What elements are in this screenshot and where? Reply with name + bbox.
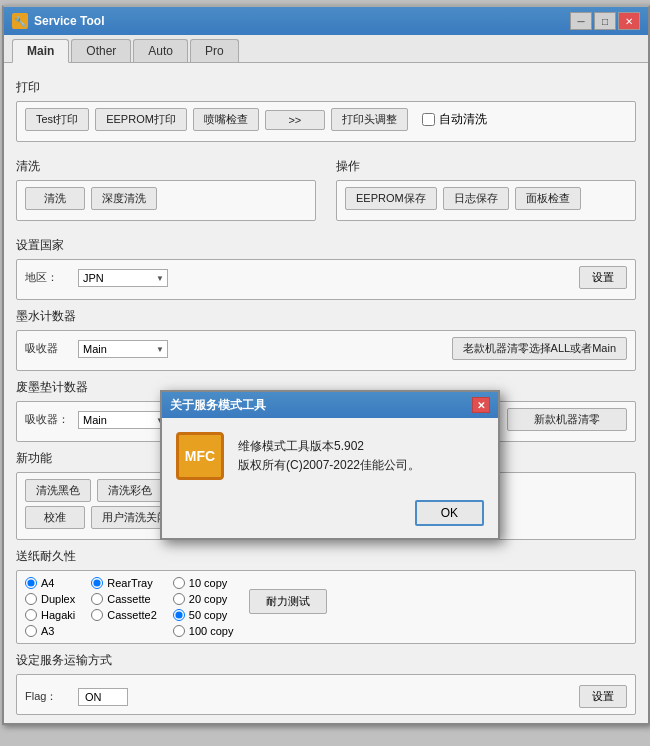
dialog-icon-text: MFC — [185, 448, 215, 464]
dialog-body: MFC 维修模式工具版本5.902 版权所有(C)2007-2022佳能公司。 — [162, 418, 498, 494]
about-dialog: 关于服务模式工具 ✕ MFC 维修模式工具版本5.902 版权所有(C)2007… — [160, 390, 500, 540]
dialog-ok-button[interactable]: OK — [415, 500, 484, 526]
dialog-close-button[interactable]: ✕ — [472, 397, 490, 413]
dialog-title-bar: 关于服务模式工具 ✕ — [162, 392, 498, 418]
dialog-line2: 版权所有(C)2007-2022佳能公司。 — [238, 456, 484, 475]
dialog-overlay: 关于服务模式工具 ✕ MFC 维修模式工具版本5.902 版权所有(C)2007… — [0, 0, 650, 746]
dialog-icon: MFC — [176, 432, 224, 480]
dialog-title-text: 关于服务模式工具 — [170, 397, 266, 414]
dialog-footer: OK — [162, 494, 498, 538]
dialog-line1: 维修模式工具版本5.902 — [238, 437, 484, 456]
dialog-text: 维修模式工具版本5.902 版权所有(C)2007-2022佳能公司。 — [238, 437, 484, 475]
